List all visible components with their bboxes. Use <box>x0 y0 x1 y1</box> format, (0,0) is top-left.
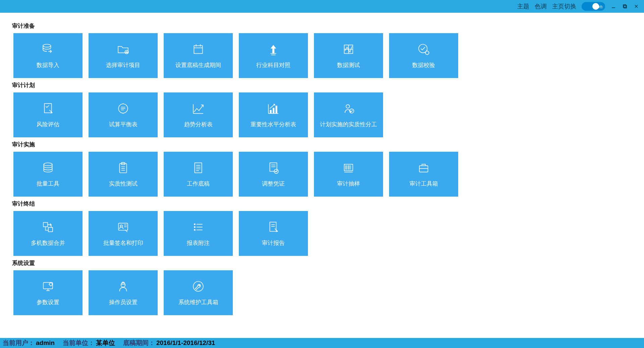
homepage-toggle[interactable]: On <box>582 2 605 11</box>
menu-tone[interactable]: 色调 <box>535 2 547 10</box>
doc-check-icon <box>267 161 280 175</box>
tile-audit-report[interactable]: 审计报告 <box>239 211 308 256</box>
doc-edit-icon <box>267 220 280 234</box>
tile-working-papers[interactable]: 工作底稿 <box>164 152 233 197</box>
tile-label: 设置底稿生成期间 <box>175 61 221 69</box>
briefcase-icon <box>417 161 430 175</box>
maximize-icon <box>623 4 627 9</box>
tile-row: 多机数据合并批量签名和打印报表附注审计报告 <box>13 211 637 256</box>
status-unit-value: 某单位 <box>96 339 115 347</box>
tile-label: 行业科目对照 <box>256 61 290 69</box>
folder-plus-icon <box>116 43 130 56</box>
statusbar: 当前用户： admin 当前单位： 某单位 底稿期间： 2016/1/1-201… <box>0 338 644 348</box>
tile-maintenance-toolbox[interactable]: 系统维护工具箱 <box>164 270 233 315</box>
merge-icon <box>41 220 55 234</box>
list-lines-icon <box>192 220 205 234</box>
tile-label: 审计工具箱 <box>410 180 438 188</box>
svg-rect-1 <box>623 5 626 7</box>
tile-operator-settings[interactable]: 操作员设置 <box>89 270 158 315</box>
tile-label: 系统维护工具箱 <box>178 298 218 306</box>
trend-up-icon <box>192 102 205 115</box>
tile-label: 批量工具 <box>37 180 59 188</box>
tile-label: 调整凭证 <box>262 180 285 188</box>
status-user-value: admin <box>36 339 55 347</box>
tile-select-audit-project[interactable]: 选择审计项目 <box>89 33 158 78</box>
person-ring-icon <box>342 102 355 115</box>
barcode-icon <box>342 161 355 175</box>
section-title: 审计计划 <box>12 81 637 89</box>
arrow-up-sort-icon <box>267 43 280 56</box>
tile-plan-division[interactable]: 计划实施的实质性分工 <box>314 92 383 137</box>
tile-industry-subject-map[interactable]: 行业科目对照 <box>239 33 308 78</box>
toggle-label: On <box>591 4 602 9</box>
grid-chart-icon <box>342 43 355 56</box>
tile-label: 选择审计项目 <box>106 61 140 69</box>
tile-label: 试算平衡表 <box>109 121 138 128</box>
tile-data-test[interactable]: 数据测试 <box>314 33 383 78</box>
tile-trend-analysis[interactable]: 趋势分析表 <box>164 92 233 137</box>
tile-label: 参数设置 <box>37 298 59 306</box>
id-sign-icon <box>116 220 130 234</box>
tile-multi-merge[interactable]: 多机数据合并 <box>13 211 83 256</box>
doc-check-edit-icon <box>41 102 55 115</box>
maximize-button[interactable] <box>622 3 628 9</box>
tile-set-draft-period[interactable]: 设置底稿生成期间 <box>164 33 233 78</box>
close-icon <box>634 4 639 9</box>
doc-lines-icon <box>192 161 205 175</box>
minimize-icon <box>611 4 616 9</box>
tile-substantive-test[interactable]: 实质性测试 <box>89 152 158 197</box>
tile-label: 报表附注 <box>187 239 210 247</box>
bar-arrow-icon <box>267 102 280 115</box>
section-title: 系统设置 <box>12 259 637 267</box>
tile-label: 批量签名和打印 <box>103 239 143 247</box>
section-title: 审计准备 <box>12 22 637 30</box>
tile-row: 风险评估试算平衡表趋势分析表重要性水平分析表计划实施的实质性分工 <box>13 92 637 137</box>
tile-label: 风险评估 <box>37 121 59 128</box>
tile-materiality-analysis[interactable]: 重要性水平分析表 <box>239 92 308 137</box>
operator-icon <box>116 280 130 293</box>
tile-batch-sign-print[interactable]: 批量签名和打印 <box>89 211 158 256</box>
tile-audit-toolbox[interactable]: 审计工具箱 <box>389 152 458 197</box>
tile-label: 重要性水平分析表 <box>251 121 296 128</box>
tile-label: 工作底稿 <box>187 180 210 188</box>
menu-homepage-switch[interactable]: 主页切换 <box>552 2 576 10</box>
section-title: 审计实施 <box>12 141 637 148</box>
minimize-button[interactable] <box>610 3 616 9</box>
tile-row: 批量工具实质性测试工作底稿调整凭证审计抽样审计工具箱 <box>13 152 637 197</box>
status-user-label: 当前用户： <box>3 339 35 347</box>
db-stack-icon <box>41 161 55 175</box>
tile-label: 趋势分析表 <box>184 121 213 128</box>
status-period-label: 底稿期间： <box>123 339 155 347</box>
section-title: 审计终结 <box>12 200 637 208</box>
tile-audit-sampling[interactable]: 审计抽样 <box>314 152 383 197</box>
tile-adjust-entries[interactable]: 调整凭证 <box>239 152 308 197</box>
balance-record-icon <box>116 102 130 115</box>
tile-data-validation[interactable]: 数据校验 <box>389 33 458 78</box>
close-button[interactable] <box>633 3 639 9</box>
tile-report-notes[interactable]: 报表附注 <box>164 211 233 256</box>
wrench-circle-icon <box>192 280 205 293</box>
main-content: 审计准备数据导入选择审计项目设置底稿生成期间行业科目对照数据测试数据校验审计计划… <box>0 13 644 338</box>
tile-label: 多机数据合并 <box>31 239 65 247</box>
clipboard-list-icon <box>116 161 130 175</box>
titlebar: 主题 色调 主页切换 On <box>0 0 644 13</box>
check-gear-icon <box>417 43 430 56</box>
tile-row: 数据导入选择审计项目设置底稿生成期间行业科目对照数据测试数据校验 <box>13 33 637 78</box>
tile-param-settings[interactable]: 参数设置 <box>13 270 83 315</box>
menu-theme[interactable]: 主题 <box>517 2 529 10</box>
tile-row: 参数设置操作员设置系统维护工具箱 <box>13 270 637 315</box>
tile-label: 数据校验 <box>412 61 435 69</box>
tile-risk-assessment[interactable]: 风险评估 <box>13 92 83 137</box>
calendar-icon <box>192 43 205 56</box>
monitor-gear-icon <box>41 280 55 293</box>
tile-batch-tools[interactable]: 批量工具 <box>13 152 83 197</box>
tile-label: 数据测试 <box>337 61 360 69</box>
tile-trial-balance[interactable]: 试算平衡表 <box>89 92 158 137</box>
tile-data-import[interactable]: 数据导入 <box>13 33 83 78</box>
tile-label: 审计抽样 <box>337 180 360 188</box>
tile-label: 实质性测试 <box>109 180 138 188</box>
tile-label: 计划实施的实质性分工 <box>320 121 377 128</box>
app-window: 主题 色调 主页切换 On 审计准备数据导入选择审计项目设置底稿生成期间行业科目… <box>0 0 644 348</box>
tile-label: 数据导入 <box>37 61 59 69</box>
status-unit-label: 当前单位： <box>63 339 95 347</box>
